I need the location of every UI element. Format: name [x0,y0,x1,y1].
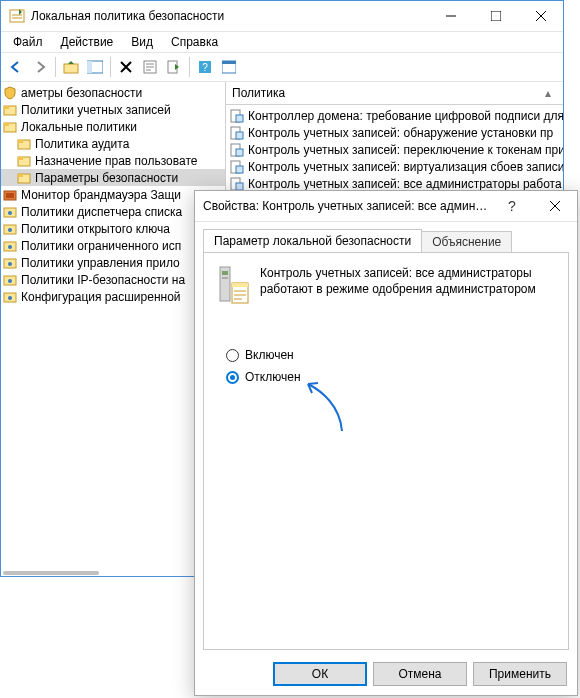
radio-enabled[interactable]: Включен [226,345,554,365]
policy-row-label: Контроллер домена: требование цифровой п… [248,109,563,123]
dialog-button-row: ОК Отмена Применить [195,653,577,695]
menu-view[interactable]: Вид [123,33,161,51]
tree-item[interactable]: Конфигурация расширенной [1,288,225,305]
tab-local-security-setting[interactable]: Параметр локальной безопасности [203,229,422,252]
svg-rect-46 [222,271,228,275]
tree-item-label: Локальные политики [21,120,137,134]
tree-item-label: аметры безопасности [21,86,142,100]
policy-row-label: Контроль учетных записей: переключение к… [248,143,563,157]
tree-item[interactable]: Локальные политики [1,118,225,135]
policy-item-icon [230,160,244,174]
show-hide-tree-button[interactable] [84,56,106,78]
policy-row[interactable]: Контроллер домена: требование цифровой п… [226,107,563,124]
tree-item[interactable]: Монитор брандмауэра Защи [1,186,225,203]
menu-help[interactable]: Справка [163,33,226,51]
tree-item[interactable]: Параметры безопасности [1,169,225,186]
dialog-titlebar: Свойства: Контроль учетных записей: все … [195,191,577,222]
svg-rect-14 [4,123,9,126]
cancel-button[interactable]: Отмена [373,662,467,686]
tab-explanation[interactable]: Объяснение [421,231,512,252]
svg-rect-40 [236,149,243,156]
policy-row[interactable]: Контроль учетных записей: обнаружение ус… [226,124,563,141]
tree-item-label: Параметры безопасности [35,171,178,185]
titlebar: Локальная политика безопасности [1,1,563,32]
radio-disabled[interactable]: Отключен [226,367,554,387]
properties-button[interactable] [139,56,161,78]
svg-point-30 [8,262,12,266]
tree-item[interactable]: Политика аудита [1,135,225,152]
app-icon [9,8,25,24]
column-header-policy[interactable]: Политика ▴ [226,82,563,105]
svg-point-26 [8,228,12,232]
tree-hscrollbar[interactable] [3,571,99,575]
sort-indicator-icon: ▴ [545,86,551,100]
properties-dialog: Свойства: Контроль учетных записей: все … [194,190,578,696]
menu-file[interactable]: Файл [5,33,51,51]
menu-action[interactable]: Действие [53,33,122,51]
svg-rect-0 [10,10,24,22]
svg-rect-10 [222,61,236,64]
svg-rect-16 [18,140,23,143]
tree-item-label: Монитор брандмауэра Защи [21,188,181,202]
tree-item[interactable]: Назначение прав пользовате [1,152,225,169]
svg-point-32 [8,279,12,283]
tree-item[interactable]: Политики диспетчера списка [1,203,225,220]
window-title: Локальная политика безопасности [31,9,428,23]
policy-item-icon [230,177,244,191]
svg-rect-38 [236,132,243,139]
tree-item-label: Конфигурация расширенной [21,290,181,304]
dialog-help-button[interactable]: ? [492,198,532,214]
delete-button[interactable] [115,56,137,78]
policy-text: Контроль учетных записей: все администра… [260,265,554,297]
dialog-close-button[interactable] [532,201,577,211]
policy-icon [218,265,250,305]
radio-enabled-indicator [226,349,239,362]
back-button[interactable] [5,56,27,78]
up-button[interactable] [60,56,82,78]
tab-page: Контроль учетных записей: все администра… [203,252,569,650]
export-button[interactable] [163,56,185,78]
svg-rect-49 [232,283,248,287]
radio-disabled-indicator [226,371,239,384]
svg-rect-12 [4,106,9,109]
svg-point-28 [8,245,12,249]
tree-item-label: Политики открытого ключа [21,222,170,236]
help-button[interactable] [218,56,240,78]
tree-item[interactable]: Политики учетных записей [1,101,225,118]
maximize-button[interactable] [473,1,518,31]
tree-item-label: Политики ограниченного исп [21,239,181,253]
forward-button[interactable] [29,56,51,78]
svg-rect-4 [87,61,92,73]
tree-item[interactable]: Политики управления прило [1,254,225,271]
ok-button[interactable]: ОК [273,662,367,686]
menubar: Файл Действие Вид Справка [1,32,563,52]
svg-rect-1 [491,11,501,21]
svg-rect-44 [236,183,243,190]
svg-rect-47 [222,277,228,279]
policy-row[interactable]: Контроль учетных записей: виртуализация … [226,158,563,175]
policy-item-icon [230,143,244,157]
tree-item[interactable]: аметры безопасности [1,84,225,101]
tree-item[interactable]: Политики открытого ключа [1,220,225,237]
tree-item-label: Политики учетных записей [21,103,171,117]
minimize-button[interactable] [428,1,473,31]
tree-item[interactable]: Политики ограниченного исп [1,237,225,254]
tree-item[interactable]: Политики IP-безопасности на [1,271,225,288]
tree-item-label: Политика аудита [35,137,129,151]
tree-item-label: Политики управления прило [21,256,180,270]
tree-item-label: Политики диспетчера списка [21,205,182,219]
policy-row-label: Контроль учетных записей: виртуализация … [248,160,563,174]
dialog-title: Свойства: Контроль учетных записей: все … [195,199,492,213]
refresh-button[interactable]: ? [194,56,216,78]
policy-row[interactable]: Контроль учетных записей: переключение к… [226,141,563,158]
close-button[interactable] [518,1,563,31]
toolbar: ? [1,52,563,82]
apply-button[interactable]: Применить [473,662,567,686]
nav-tree[interactable]: аметры безопасностиПолитики учетных запи… [1,82,226,579]
svg-point-34 [8,296,12,300]
tree-item-label: Политики IP-безопасности на [21,273,185,287]
svg-rect-18 [18,157,23,160]
dialog-tabs: Параметр локальной безопасности Объяснен… [195,228,577,252]
policy-row-label: Контроль учетных записей: обнаружение ус… [248,126,553,140]
policy-row-label: Контроль учетных записей: все администра… [248,177,562,191]
